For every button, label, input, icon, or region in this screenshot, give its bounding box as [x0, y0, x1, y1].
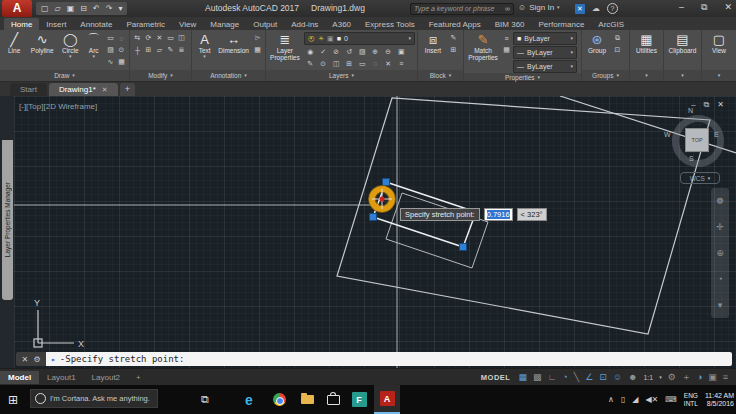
ribbon-tab[interactable]: Featured Apps: [422, 18, 488, 30]
annotation-visibility-icon[interactable]: ☺: [613, 372, 622, 382]
match-properties-button[interactable]: ✎ Match Properties: [466, 32, 500, 61]
viewcube-east[interactable]: E: [714, 131, 719, 138]
grip-bottom-right[interactable]: [460, 244, 467, 251]
language-indicator[interactable]: ENG INTL: [684, 392, 698, 407]
command-line-grab-bar[interactable]: ✕ ⚙: [16, 352, 46, 366]
restore-button[interactable]: ⧉: [701, 2, 707, 13]
dynamic-input-value-field[interactable]: 0.7916: [484, 208, 513, 221]
isolate-objects-icon[interactable]: ▣: [708, 372, 717, 382]
modify-tool-icon[interactable]: ✕: [157, 34, 163, 42]
polar-tracking-icon[interactable]: ◔: [562, 372, 567, 382]
object-color-dropdown[interactable]: ■ ByLayer ▾: [513, 32, 577, 45]
qat-icon[interactable]: ▢: [41, 4, 49, 13]
drawing-canvas[interactable]: Y X [-][Top][2D Wireframe] – ⧉ ✕ N S W E…: [14, 96, 736, 368]
cortana-search-box[interactable]: I'm Cortana. Ask me anything.: [30, 389, 158, 408]
layer-properties-button[interactable]: ≣ Layer Properties: [268, 32, 302, 61]
qat-icon[interactable]: ⊟: [80, 4, 87, 13]
ribbon-tab[interactable]: Add-ins: [284, 18, 325, 30]
snap-toggle-icon[interactable]: ▩: [533, 372, 542, 382]
volume-muted-icon[interactable]: ◀✕: [645, 395, 658, 404]
modify-tool-icon[interactable]: ▭: [167, 34, 174, 42]
layer-tool-icon[interactable]: ✓: [320, 48, 326, 56]
text-button[interactable]: A Text ▾: [194, 32, 215, 59]
layer-tool-icon[interactable]: ⊘: [333, 48, 339, 56]
groups-tool-icon[interactable]: ⧉: [615, 34, 620, 42]
qat-icon[interactable]: ↷: [106, 4, 113, 13]
layout-tab-layout1[interactable]: Layout1: [39, 371, 83, 384]
qat-icon[interactable]: ↶: [93, 4, 100, 13]
layer-tool-icon[interactable]: ✕: [385, 60, 391, 68]
modify-tool-icon[interactable]: ⟳: [146, 34, 152, 42]
ribbon-tab[interactable]: Performance: [532, 18, 592, 30]
search-binoculars-icon[interactable]: ∞: [505, 4, 510, 14]
panel-label-groups[interactable]: Groups ▾: [582, 70, 629, 81]
arc-button[interactable]: ⌒ Arc ▾: [84, 32, 103, 59]
layer-tool-icon[interactable]: ≡: [399, 60, 403, 67]
group-button[interactable]: ⊛ Group: [584, 32, 610, 54]
close-button[interactable]: ✕: [724, 2, 732, 13]
annotation-tool-icon[interactable]: ⌲: [255, 34, 260, 42]
a360-cloud-icon[interactable]: ☁: [592, 4, 600, 13]
layer-tool-icon[interactable]: ◉: [307, 48, 313, 56]
customization-menu-icon[interactable]: ≡: [723, 372, 728, 382]
viewport-controls-label[interactable]: [-][Top][2D Wireframe]: [19, 102, 97, 111]
ortho-toggle-icon[interactable]: ∟: [547, 372, 556, 382]
close-tab-icon[interactable]: ✕: [102, 86, 108, 94]
block-tool-icon[interactable]: ✎: [451, 34, 457, 42]
qat-icon[interactable]: ▱: [55, 4, 61, 13]
utilities-button[interactable]: ▦ Utilities: [632, 32, 661, 54]
layer-tool-icon[interactable]: ✎: [307, 60, 313, 68]
file-tab-drawing1[interactable]: Drawing1* ✕: [49, 83, 118, 96]
ribbon-tab[interactable]: Annotate: [73, 18, 119, 30]
app-logo-button[interactable]: A: [2, 0, 32, 17]
layer-tool-icon[interactable]: ↺: [346, 48, 352, 56]
edge-button[interactable]: e: [236, 385, 262, 414]
store-button[interactable]: [320, 385, 346, 414]
command-customize-icon[interactable]: ⚙: [33, 355, 40, 364]
panel-label-layers[interactable]: Layers ▾: [266, 70, 417, 81]
linetype-dropdown[interactable]: — ByLayer ▾: [513, 60, 577, 73]
block-tool-icon[interactable]: ⊞: [451, 46, 457, 54]
start-button[interactable]: ⊞: [8, 393, 18, 407]
ribbon-tab[interactable]: Parametric: [119, 18, 172, 30]
viewcube[interactable]: N S W E TOP: [670, 113, 726, 169]
isodraft-icon[interactable]: ╲: [574, 372, 579, 382]
task-view-button[interactable]: ⧉: [192, 385, 218, 414]
layer-tool-icon[interactable]: ◫: [333, 60, 340, 68]
palette-tab-layer-properties-manager[interactable]: Layer Properties Manager: [2, 140, 13, 300]
draw-tool-icon[interactable]: ⊙: [119, 46, 125, 54]
command-close-icon[interactable]: ✕: [21, 355, 28, 364]
ribbon-tab[interactable]: Insert: [39, 18, 73, 30]
minimize-button[interactable]: –: [679, 2, 684, 13]
lineweight-dropdown[interactable]: — ByLayer ▾: [513, 46, 577, 59]
layer-tool-icon[interactable]: ▣: [398, 48, 405, 56]
ribbon-tab[interactable]: Home: [4, 18, 39, 30]
autoscale-icon[interactable]: ☻: [628, 372, 637, 382]
ribbon-tab[interactable]: Manage: [203, 18, 246, 30]
layer-tool-icon[interactable]: ◌: [373, 60, 377, 67]
modify-tool-icon[interactable]: ⊞: [146, 46, 152, 54]
panel-label-properties[interactable]: Properties ▾: [464, 73, 581, 81]
autocad-taskbar-button[interactable]: A: [374, 385, 400, 414]
sign-in-button[interactable]: ☺ Sign In ▾: [518, 3, 560, 12]
annotation-scale-label[interactable]: 1:1: [643, 374, 653, 381]
chrome-button[interactable]: [266, 385, 292, 414]
search-input[interactable]: Type a keyword or phrase ∞: [410, 3, 514, 15]
properties-tool-icon[interactable]: ≡: [504, 35, 508, 42]
file-tab-start[interactable]: Start: [10, 83, 47, 96]
tray-expand-icon[interactable]: ∧: [608, 395, 614, 404]
layer-tool-icon[interactable]: ▭: [359, 60, 366, 68]
navbar-tool-icon[interactable]: ☸: [716, 196, 724, 206]
viewport-close-icon[interactable]: ✕: [717, 100, 724, 110]
battery-icon[interactable]: ▯: [621, 395, 625, 404]
help-icon[interactable]: ?: [607, 3, 618, 14]
modify-tool-icon[interactable]: ⇆: [135, 34, 141, 42]
modify-tool-icon[interactable]: ┼: [135, 47, 140, 54]
view-button[interactable]: ▢ View: [704, 32, 734, 54]
layer-dropdown[interactable]: ⦿ ☀ ▣ ■ 0 ▾: [304, 32, 415, 45]
viewcube-south[interactable]: S: [689, 155, 694, 162]
groups-tool-icon[interactable]: ⊡: [615, 46, 621, 54]
ribbon-tab[interactable]: BIM 360: [488, 18, 532, 30]
units-icon[interactable]: ＋: [682, 371, 691, 384]
touch-keyboard-icon[interactable]: ⌨: [665, 395, 677, 404]
